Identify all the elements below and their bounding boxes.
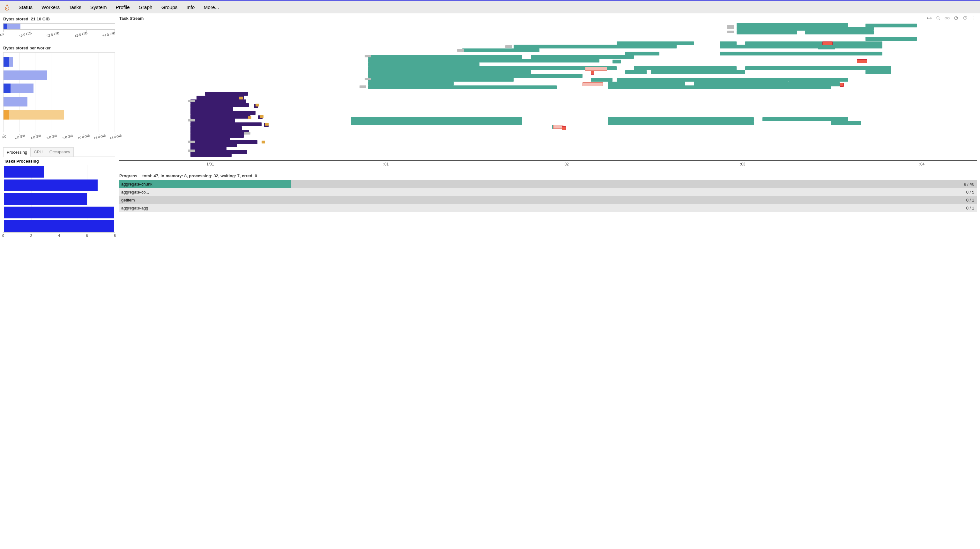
task-block (762, 117, 848, 121)
task-block (364, 78, 372, 80)
task-block (727, 31, 734, 33)
task-block (244, 132, 251, 135)
nav-tasks[interactable]: Tasks (64, 1, 86, 14)
progress-count: 8 / 40 (964, 182, 977, 187)
task-block (582, 82, 603, 86)
task-block (364, 55, 372, 57)
task-block (191, 130, 249, 134)
bytes-stored-bar[interactable] (3, 23, 115, 30)
task-block (805, 31, 874, 35)
per-worker-chart[interactable] (3, 52, 115, 132)
bytes-stored-bar-dark (3, 24, 7, 29)
task-block (188, 149, 195, 152)
task-block (745, 66, 891, 70)
task-block (591, 78, 612, 82)
nav-system[interactable]: System (86, 1, 111, 14)
scroll-zoom-icon[interactable] (953, 15, 959, 21)
task-block (617, 78, 788, 82)
task-block (720, 52, 883, 56)
task-block (737, 27, 874, 31)
task-block (197, 96, 244, 100)
nav-graph[interactable]: Graph (134, 1, 157, 14)
task-block (256, 104, 259, 106)
per-worker-axis: 0.02.0 GiB4.0 GiB6.0 GiB8.0 GiB10.0 GiB1… (3, 132, 115, 141)
task-block (737, 31, 797, 35)
left-tabs-panel: Processing CPU Occupancy Tasks Processin… (3, 147, 115, 238)
bytes-stored-value: 21.10 GiB (31, 17, 50, 21)
tasks-processing-axis: 02468 (3, 232, 115, 238)
tab-occupancy[interactable]: Occupancy (46, 148, 73, 157)
task-block (727, 27, 734, 29)
task-block (248, 116, 251, 119)
nav-workers[interactable]: Workers (37, 1, 64, 14)
bytes-stored-axis: 0.016.0 GiB32.0 GiB48.0 GiB64.0 GiB (3, 30, 115, 41)
task-block (562, 126, 566, 130)
task-block (191, 100, 246, 103)
progress-label: aggregate-agg (119, 206, 148, 210)
progress-row[interactable]: aggregate-chunk8 / 40 (119, 180, 977, 188)
task-block (191, 107, 233, 111)
tab-processing[interactable]: Processing (3, 148, 30, 157)
right-column: Task Stream 1/01:01:02:03:04 Progress --… (119, 15, 977, 238)
task-block (788, 78, 848, 82)
lasso-icon[interactable] (944, 15, 950, 21)
task-block (368, 55, 523, 59)
task-block (505, 45, 512, 48)
task-stream-toolbar (926, 15, 977, 21)
svg-point-5 (974, 16, 974, 17)
task-block (591, 71, 594, 75)
task-block (191, 126, 242, 130)
progress-row[interactable]: aggregate-co...0 / 5 (119, 188, 977, 196)
task-block (368, 82, 454, 86)
nav-info[interactable]: Info (182, 1, 199, 14)
task-block (818, 46, 835, 49)
task-block (351, 121, 523, 125)
nav: Status Workers Tasks System Profile Grap… (14, 1, 224, 14)
progress-title: Progress -- total: 47, in-memory: 8, pro… (119, 173, 977, 178)
svg-point-2 (945, 17, 947, 19)
dask-logo (3, 3, 11, 12)
task-block (865, 70, 891, 74)
task-block (720, 44, 883, 48)
svg-point-7 (974, 19, 974, 20)
box-zoom-icon[interactable] (935, 15, 941, 21)
progress-row[interactable]: getitem0 / 1 (119, 196, 977, 204)
task-block (239, 97, 243, 100)
nav-more[interactable]: More... (199, 1, 223, 14)
task-block (191, 119, 235, 122)
task-block (191, 111, 256, 115)
task-block (634, 66, 737, 70)
task-block (368, 86, 557, 89)
progress-list: aggregate-chunk8 / 40aggregate-co...0 / … (119, 180, 977, 212)
task-block (531, 55, 634, 59)
nav-groups[interactable]: Groups (157, 1, 182, 14)
task-block (514, 44, 677, 48)
nav-profile[interactable]: Profile (111, 1, 134, 14)
task-block (368, 59, 600, 62)
svg-line-1 (939, 19, 940, 20)
pan-icon[interactable] (926, 15, 932, 21)
flame-icon (3, 4, 11, 11)
svg-point-3 (947, 17, 950, 19)
task-block (608, 121, 754, 125)
task-block (351, 117, 523, 121)
reset-icon[interactable] (962, 15, 968, 21)
task-stream-header: Task Stream (119, 15, 977, 21)
progress-label: aggregate-chunk (119, 182, 153, 187)
task-block (188, 119, 195, 121)
svg-point-0 (937, 17, 939, 19)
task-block (188, 100, 195, 102)
tasks-processing-chart[interactable]: 02468 (3, 165, 115, 238)
task-block (188, 141, 195, 143)
nav-status[interactable]: Status (14, 1, 37, 14)
menu-icon[interactable] (971, 15, 977, 21)
progress-row[interactable]: aggregate-agg0 / 1 (119, 204, 977, 212)
task-stream-plot[interactable] (119, 23, 977, 161)
tab-cpu[interactable]: CPU (30, 148, 46, 157)
progress-count: 0 / 1 (966, 206, 977, 210)
topbar: Status Workers Tasks System Profile Grap… (0, 0, 980, 13)
main: Bytes stored: 21.10 GiB 0.016.0 GiB32.0 … (0, 13, 980, 241)
task-block (608, 82, 685, 86)
progress-count: 0 / 5 (966, 190, 977, 195)
task-block (462, 48, 539, 52)
